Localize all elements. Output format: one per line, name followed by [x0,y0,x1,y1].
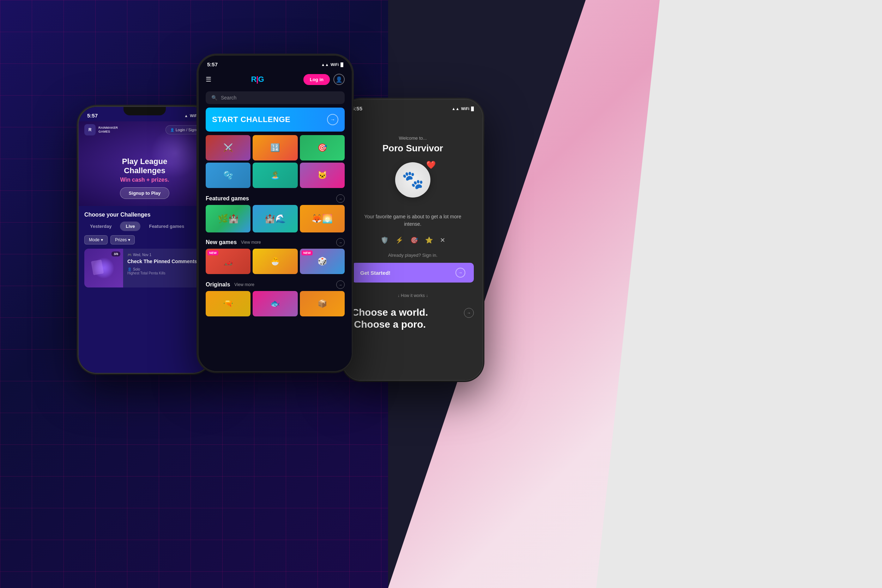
chevron-down-icon: ▾ [101,237,103,242]
new-art-2: 🐣 [253,249,297,274]
right-get-started-button[interactable]: Get Started! → [352,263,474,282]
left-signup-button[interactable]: Signup to Play [120,187,170,199]
right-bottom-text: Choose a world.Choose a poro. [352,306,428,330]
get-started-label: Get Started! [360,270,390,276]
originals-view-more[interactable]: View more [234,282,254,287]
left-logo-icon: R [84,124,96,135]
right-time: 5:55 [352,105,362,111]
right-notch [392,100,434,108]
icon-shield: 🛡️ [381,236,388,244]
game-thumb-1[interactable]: ⚔️ [206,135,250,160]
featured-game-1[interactable]: 🌿🏰 [206,205,250,232]
original-game-1[interactable]: 🔫 [206,291,250,316]
login-label: Login / Signup [176,128,200,132]
center-search[interactable]: 🔍 Search [206,92,345,104]
right-welcome: Welcome to... [352,135,474,141]
icon-sword: ⚡ [396,236,403,244]
start-challenge-arrow[interactable]: → [327,114,338,125]
calendar-icon: 🎮 [128,253,132,257]
original-game-3[interactable]: 📦 [300,291,345,316]
search-placeholder: Search [221,95,236,100]
featured-games-arrow[interactable]: → [336,194,345,203]
center-start-challenge[interactable]: START CHALLENGE → [206,108,345,132]
game-art-1: ⚔️ [206,135,250,160]
right-icons-row: 🛡️ ⚡ 🎯 ⭐ ✕ [352,236,474,244]
game-art-5: 🏝️ [253,163,297,188]
game-thumb-6[interactable]: 🐱 [300,163,345,188]
left-challenge-date: 🎮 Wed, Nov 1 [128,253,201,257]
game-thumb-2[interactable]: 🔢 [253,135,297,160]
user-icon: 👤 [128,267,132,271]
original-game-2[interactable]: 🐟 [253,291,297,316]
center-new-games-grid: NEW 🏎️ 🐣 NEW 🎲 [199,249,352,274]
get-started-arrow: → [456,268,465,278]
battery-icon-r: █ [471,106,474,111]
featured-art-1: 🌿🏰 [206,205,250,232]
icon-star: ⭐ [425,236,433,244]
game-thumb-4[interactable]: 🫧 [206,163,250,188]
center-featured-grid: 🌿🏰 🏰🌊 🦊🌅 [199,205,352,232]
new-games-arrow[interactable]: → [336,238,345,246]
right-phone-screen: 5:55 ▲▲ WiFi █ Welcome to... Poro Surviv… [343,100,482,380]
game-art-2: 🔢 [253,135,297,160]
bottom-section-arrow[interactable]: → [464,308,474,318]
person-icon: 👤 [170,128,174,132]
game-art-6: 🐱 [300,163,345,188]
center-logo-text: R|G [251,75,264,84]
left-challenge-name: Check The Pinned Comments [128,258,201,264]
tab-live[interactable]: Live [120,222,140,231]
battery-icon-c: █ [340,62,343,67]
center-user-icon[interactable]: 👤 [333,74,345,85]
right-signin: Already played? Sign in. [352,252,474,258]
right-status-icons: ▲▲ WiFi █ [452,106,474,111]
center-header: ☰ R|G Log in 👤 [199,70,352,88]
signal-icon: ▲ [184,114,188,118]
game-thumb-3[interactable]: 🎯 [300,135,345,160]
center-login-button[interactable]: Log in [303,74,330,85]
right-content: Welcome to... Poro Survivor 🐾 ❤️ Your fa… [343,114,482,341]
heart-icon: ❤️ [426,160,436,170]
left-hero-subtitle: Win cash + prizes. [79,177,211,183]
tab-upcoming[interactable]: Featured games [143,222,190,231]
new-badge-1: NEW [207,250,218,255]
new-games-title: New games [206,239,237,246]
game-art-3: 🎯 [300,135,345,160]
new-game-1[interactable]: NEW 🏎️ [206,249,250,274]
mascot-face: 🐾 [402,171,424,189]
center-games-grid: ⚔️ 🔢 🎯 🫧 🏝️ 🐱 [199,135,352,188]
filter-prizes[interactable]: Prizes ▾ [110,235,135,244]
center-time: 5:57 [207,62,218,68]
game-thumb-5[interactable]: 🏝️ [253,163,297,188]
featured-game-2[interactable]: 🏰🌊 [253,205,297,232]
start-challenge-text: START CHALLENGE [212,115,290,124]
new-game-2[interactable]: 🐣 [253,249,297,274]
center-originals-header: Originals View more → [199,278,352,291]
original-art-1: 🔫 [206,291,250,316]
new-badge-3: NEW [302,250,313,255]
originals-arrow[interactable]: → [336,280,345,289]
right-mascot: 🐾 ❤️ [392,162,434,205]
game-art-4: 🫧 [206,163,250,188]
filter-mode[interactable]: Mode ▾ [84,235,108,244]
left-logo-text: RAINMAKERGAMES [98,126,118,134]
signal-icon-r: ▲▲ [452,106,459,111]
featured-game-3[interactable]: 🦊🌅 [300,205,345,232]
left-section-title: Choose your Challenges [79,206,211,222]
wifi-icon-r: WiFi [461,106,469,111]
left-hero-content: Play LeagueChallenges Win cash + prizes.… [79,157,211,199]
phone-left: 5:57 ▲ WiFi ■ R RAINMAKERGAMES 👤 Login /… [78,106,212,374]
center-notch [254,56,296,64]
tab-yesterday[interactable]: Yesterday [84,222,117,231]
new-game-3[interactable]: NEW 🎲 [300,249,345,274]
wifi-icon-c: WiFi [331,62,339,67]
left-logo: R RAINMAKERGAMES [84,124,118,135]
new-games-view-more[interactable]: View more [241,240,261,245]
chevron-down-icon-prizes: ▾ [128,237,130,242]
featured-art-2: 🏰🌊 [253,205,297,232]
left-challenge-thumb: 3/6 [84,249,123,288]
wifi-icon: WiFi [190,114,198,118]
hamburger-menu-icon[interactable]: ☰ [206,75,212,83]
search-icon: 🔍 [212,95,218,100]
left-header: R RAINMAKERGAMES 👤 Login / Signup [79,122,211,138]
left-challenge-info: 🎮 Wed, Nov 1 Check The Pinned Comments 👤… [123,249,205,288]
